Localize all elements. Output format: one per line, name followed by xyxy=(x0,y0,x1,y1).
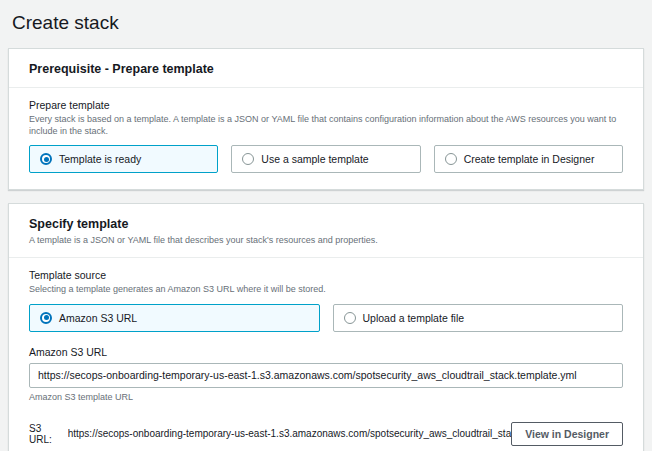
radio-tile-amazon-s3-url[interactable]: Amazon S3 URL xyxy=(29,304,320,332)
amazon-s3-url-input[interactable] xyxy=(29,363,623,388)
amazon-s3-url-label: Amazon S3 URL xyxy=(29,346,623,358)
radio-tile-use-sample-template[interactable]: Use a sample template xyxy=(231,145,420,173)
prepare-template-options: Template is ready Use a sample template … xyxy=(29,145,623,173)
radio-tile-label: Template is ready xyxy=(59,153,141,165)
view-in-designer-button[interactable]: View in Designer xyxy=(511,422,623,446)
prerequisite-card-title: Prerequisite - Prepare template xyxy=(29,62,623,76)
radio-tile-upload-template-file[interactable]: Upload a template file xyxy=(333,304,624,332)
amazon-s3-url-helper: Amazon S3 template URL xyxy=(29,392,623,402)
radio-tile-label: Create template in Designer xyxy=(464,153,595,165)
radio-tile-label: Amazon S3 URL xyxy=(59,312,137,324)
template-source-label: Template source xyxy=(29,269,623,281)
specify-template-description: A template is a JSON or YAML file that d… xyxy=(29,234,623,246)
specify-template-card-title: Specify template xyxy=(29,217,623,231)
radio-selected-icon xyxy=(40,312,52,324)
s3-url-summary-value: https://secops-onboarding-temporary-us-e… xyxy=(68,428,511,439)
s3-url-summary-row: S3 URL: https://secops-onboarding-tempor… xyxy=(29,422,623,446)
specify-template-card: Specify template A template is a JSON or… xyxy=(8,203,644,451)
radio-tile-label: Upload a template file xyxy=(363,312,465,324)
s3-url-summary-label: S3 URL: xyxy=(29,423,62,445)
radio-unselected-icon xyxy=(242,153,254,165)
template-source-description: Selecting a template generates an Amazon… xyxy=(29,283,623,295)
page-title: Create stack xyxy=(12,12,644,34)
radio-tile-label: Use a sample template xyxy=(261,153,368,165)
prepare-template-label: Prepare template xyxy=(29,99,623,111)
specify-template-card-header: Specify template A template is a JSON or… xyxy=(9,204,643,258)
radio-unselected-icon xyxy=(445,153,457,165)
radio-selected-icon xyxy=(40,153,52,165)
radio-unselected-icon xyxy=(344,312,356,324)
prerequisite-card-header: Prerequisite - Prepare template xyxy=(9,49,643,88)
specify-template-card-body: Template source Selecting a template gen… xyxy=(9,258,643,451)
radio-tile-template-is-ready[interactable]: Template is ready xyxy=(29,145,218,173)
prerequisite-card: Prerequisite - Prepare template Prepare … xyxy=(8,48,644,190)
prepare-template-description: Every stack is based on a template. A te… xyxy=(29,113,623,137)
template-source-options: Amazon S3 URL Upload a template file xyxy=(29,304,623,332)
radio-tile-create-in-designer[interactable]: Create template in Designer xyxy=(434,145,623,173)
prerequisite-card-body: Prepare template Every stack is based on… xyxy=(9,88,643,189)
